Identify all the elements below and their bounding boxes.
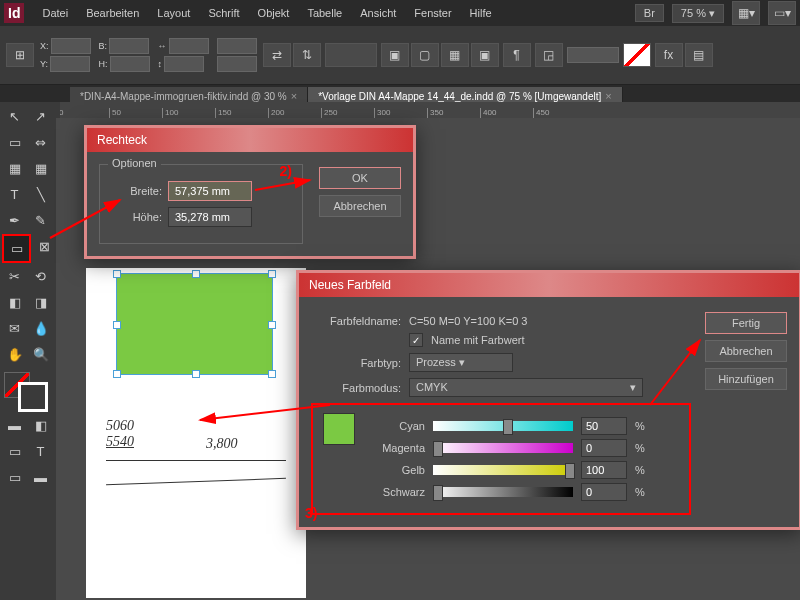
content-placer-tool[interactable]: ▦ xyxy=(28,156,53,181)
center-content-icon[interactable]: ▦ xyxy=(441,43,469,67)
cyan-input[interactable] xyxy=(581,417,627,435)
fit-proportional-icon[interactable]: ▣ xyxy=(471,43,499,67)
height-field[interactable] xyxy=(110,56,150,72)
horizontal-ruler: 0 50 100 150 200 250 300 350 400 450 xyxy=(56,102,800,118)
breite-label: Breite: xyxy=(112,185,162,197)
scale-x-field[interactable] xyxy=(169,38,209,54)
new-swatch-dialog: Neues Farbfeld Farbfeldname: C=50 M=0 Y=… xyxy=(296,270,800,530)
color-preview-swatch xyxy=(323,413,355,445)
direct-selection-tool[interactable]: ↗ xyxy=(28,104,53,129)
effects-icon[interactable]: fx xyxy=(655,43,683,67)
bridge-button[interactable]: Br xyxy=(635,4,664,22)
cyan-slider[interactable] xyxy=(433,421,573,431)
gradient-swatch-tool[interactable]: ◧ xyxy=(2,290,27,315)
menu-hilfe[interactable]: Hilfe xyxy=(462,3,500,23)
corner-options-icon[interactable]: ◲ xyxy=(535,43,563,67)
x-field[interactable] xyxy=(51,38,91,54)
normal-view-icon[interactable]: ▭ xyxy=(2,465,27,490)
menu-bearbeiten[interactable]: Bearbeiten xyxy=(78,3,147,23)
type-tool[interactable]: T xyxy=(2,182,27,207)
paragraph-controls-icon[interactable]: ¶ xyxy=(503,43,531,67)
note-tool[interactable]: ✉ xyxy=(2,316,27,341)
hand-tool[interactable]: ✋ xyxy=(2,342,27,367)
magenta-label: Magenta xyxy=(365,442,425,454)
stroke-weight-field[interactable] xyxy=(325,43,377,67)
selection-tool[interactable]: ↖ xyxy=(2,104,27,129)
breite-input[interactable] xyxy=(168,181,252,201)
formatting-text-icon[interactable]: T xyxy=(28,439,53,464)
hinzufuegen-button[interactable]: Hinzufügen xyxy=(705,368,787,390)
corner-radius-field[interactable] xyxy=(567,47,619,63)
magenta-input[interactable] xyxy=(581,439,627,457)
menu-fenster[interactable]: Fenster xyxy=(406,3,459,23)
fertig-button[interactable]: Fertig xyxy=(705,312,787,334)
selected-rectangle[interactable] xyxy=(116,273,273,375)
apply-color-icon[interactable]: ▬ xyxy=(2,413,27,438)
rotate-field[interactable] xyxy=(217,38,257,54)
width-field[interactable] xyxy=(109,38,149,54)
schwarz-input[interactable] xyxy=(581,483,627,501)
farbmodus-select[interactable]: CMYK ▾ xyxy=(409,378,643,397)
reference-point-icon[interactable]: ⊞ xyxy=(6,43,34,67)
preview-view-icon[interactable]: ▬ xyxy=(28,465,53,490)
menu-datei[interactable]: Datei xyxy=(34,3,76,23)
y-field[interactable] xyxy=(50,56,90,72)
eyedropper-tool[interactable]: 💧 xyxy=(28,316,53,341)
fit-content-icon[interactable]: ▣ xyxy=(381,43,409,67)
farbfeldname-label: Farbfeldname: xyxy=(311,315,401,327)
ok-button[interactable]: OK xyxy=(319,167,401,189)
zoom-tool[interactable]: 🔍 xyxy=(28,342,53,367)
dialog-title: Rechteck xyxy=(87,128,413,152)
menu-ansicht[interactable]: Ansicht xyxy=(352,3,404,23)
page: 5060 5540 3,800 xyxy=(86,268,306,598)
line-tool[interactable]: ╲ xyxy=(28,182,53,207)
apply-gradient-icon[interactable]: ◧ xyxy=(28,413,53,438)
gap-tool[interactable]: ⇔ xyxy=(28,130,53,155)
scale-y-field[interactable] xyxy=(164,56,204,72)
app-logo-indesign: Id xyxy=(4,3,24,23)
text-wrap-icon[interactable]: ▤ xyxy=(685,43,713,67)
sketch-text: 5060 5540 3,800 xyxy=(106,418,286,482)
toolbox: ↖ ↗ ▭ ⇔ ▦ ▦ T ╲ ✒ ✎ ▭ ⊠ ✂ ⟲ ◧ ◨ ✉ 💧 ✋ 🔍 … xyxy=(0,102,60,492)
gelb-input[interactable] xyxy=(581,461,627,479)
menu-bar: Id Datei Bearbeiten Layout Schrift Objek… xyxy=(0,0,800,26)
zoom-level[interactable]: 75 % ▾ xyxy=(672,4,724,23)
magenta-slider[interactable] xyxy=(433,443,573,453)
page-tool[interactable]: ▭ xyxy=(2,130,27,155)
schwarz-label: Schwarz xyxy=(365,486,425,498)
annotation-2: 2) xyxy=(280,163,292,179)
shear-field[interactable] xyxy=(217,56,257,72)
menu-layout[interactable]: Layout xyxy=(149,3,198,23)
formatting-container-icon[interactable]: ▭ xyxy=(2,439,27,464)
name-mit-farbwert-label: Name mit Farbwert xyxy=(431,334,525,346)
cancel-button[interactable]: Abbrechen xyxy=(705,340,787,362)
fill-stroke-swatch[interactable] xyxy=(4,372,54,408)
flip-h-icon[interactable]: ⇄ xyxy=(263,43,291,67)
pen-tool[interactable]: ✒ xyxy=(2,208,27,233)
screen-mode-icon[interactable]: ▭▾ xyxy=(768,1,796,25)
gelb-slider[interactable] xyxy=(433,465,573,475)
content-collector-tool[interactable]: ▦ xyxy=(2,156,27,181)
rectangle-frame-tool[interactable]: ⊠ xyxy=(32,234,57,259)
free-transform-tool[interactable]: ⟲ xyxy=(28,264,53,289)
fill-swatch-icon[interactable] xyxy=(623,43,651,67)
gradient-feather-tool[interactable]: ◨ xyxy=(28,290,53,315)
farbtyp-select[interactable]: Prozess ▾ xyxy=(409,353,513,372)
close-icon[interactable]: × xyxy=(605,90,611,102)
fit-frame-icon[interactable]: ▢ xyxy=(411,43,439,67)
menu-objekt[interactable]: Objekt xyxy=(250,3,298,23)
menu-tabelle[interactable]: Tabelle xyxy=(299,3,350,23)
scissors-tool[interactable]: ✂ xyxy=(2,264,27,289)
cancel-button[interactable]: Abbrechen xyxy=(319,195,401,217)
flip-v-icon[interactable]: ⇅ xyxy=(293,43,321,67)
pencil-tool[interactable]: ✎ xyxy=(28,208,53,233)
menu-schrift[interactable]: Schrift xyxy=(200,3,247,23)
view-mode-icon[interactable]: ▦▾ xyxy=(732,1,760,25)
rectangle-tool[interactable]: ▭ xyxy=(2,234,31,263)
farbmodus-label: Farbmodus: xyxy=(311,382,401,394)
gelb-label: Gelb xyxy=(365,464,425,476)
close-icon[interactable]: × xyxy=(291,90,297,102)
schwarz-slider[interactable] xyxy=(433,487,573,497)
hoehe-input[interactable] xyxy=(168,207,252,227)
name-mit-farbwert-checkbox[interactable]: ✓ xyxy=(409,333,423,347)
